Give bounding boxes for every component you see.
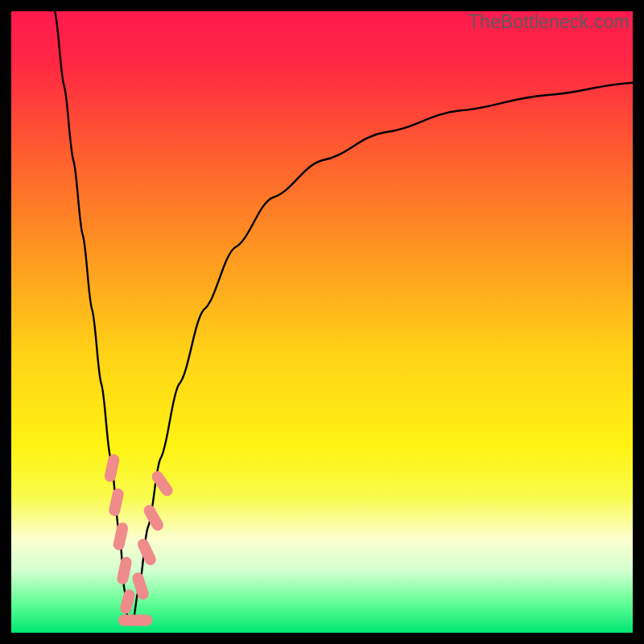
watermark-text: TheBottleneck.com	[469, 11, 630, 33]
gradient-background	[11, 11, 633, 633]
chart-frame: TheBottleneck.com	[0, 0, 644, 644]
marker-pill	[134, 615, 152, 626]
plot-area	[11, 11, 633, 633]
chart-svg	[11, 11, 633, 633]
